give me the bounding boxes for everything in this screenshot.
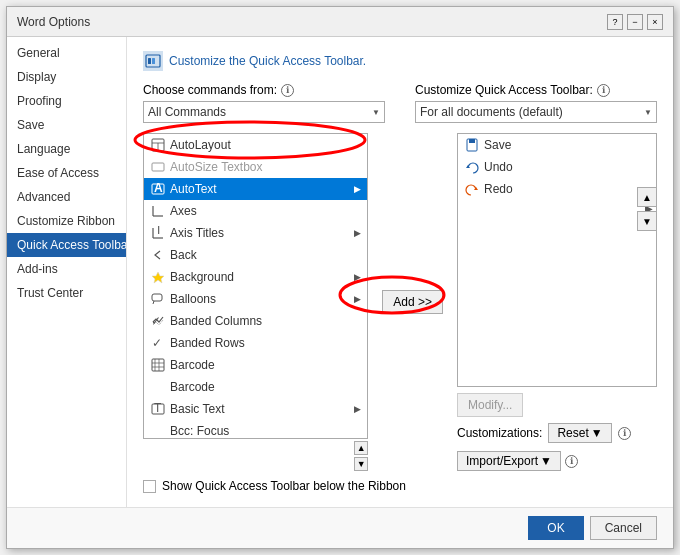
close-button[interactable]: × xyxy=(647,14,663,30)
reset-info-icon[interactable]: ℹ xyxy=(618,427,631,440)
back-icon xyxy=(150,247,166,263)
bcc-focus-icon xyxy=(150,423,166,439)
footer-area: Show Quick Access Toolbar below the Ribb… xyxy=(143,479,657,493)
toolbar-dropdown-arrow: ▼ xyxy=(644,108,652,117)
help-button[interactable]: ? xyxy=(607,14,623,30)
dialog-body: General Display Proofing Save Language E… xyxy=(7,37,673,507)
customize-toolbar-label: Customize Quick Access Toolbar: xyxy=(415,83,593,97)
import-export-info-icon[interactable]: ℹ xyxy=(565,455,578,468)
cmd-autosize-textbox[interactable]: AutoSize Textbox xyxy=(144,156,367,178)
autotext-arrow: ▶ xyxy=(354,184,361,194)
commands-list: AutoLayout AutoSize Textbox xyxy=(144,134,367,439)
barcode-icon xyxy=(150,379,166,395)
sidebar-item-customize-ribbon[interactable]: Customize Ribbon xyxy=(7,209,126,233)
cmd-bcc-focus[interactable]: Bcc: Focus xyxy=(144,420,367,439)
cmd-autotext[interactable]: A AutoText ▶ xyxy=(144,178,367,200)
sidebar-item-trust-center[interactable]: Trust Center xyxy=(7,281,126,305)
toolbar-item-undo[interactable]: Undo xyxy=(458,156,656,178)
axis-titles-icon: T xyxy=(150,225,166,241)
sidebar-item-general[interactable]: General xyxy=(7,41,126,65)
cmd-banded-rows[interactable]: ✓ Banded Rows xyxy=(144,332,367,354)
bottom-right-buttons: OK Cancel xyxy=(528,516,657,540)
add-remove-area: Add >> xyxy=(378,133,447,471)
banded-rows-icon: ✓ xyxy=(150,335,166,351)
customizations-label: Customizations: xyxy=(457,426,542,440)
sidebar-item-add-ins[interactable]: Add-ins xyxy=(7,257,126,281)
basic-text-icon: T xyxy=(150,401,166,417)
show-bar-label: Show Quick Access Toolbar below the Ribb… xyxy=(162,479,406,493)
svg-text:A: A xyxy=(154,182,163,195)
cmd-axes[interactable]: Axes xyxy=(144,200,367,222)
columns-area: AutoLayout AutoSize Textbox xyxy=(143,133,657,471)
svg-text:✓: ✓ xyxy=(151,314,161,328)
cmd-autolayout[interactable]: AutoLayout xyxy=(144,134,367,156)
banded-columns-icon: ✓ xyxy=(150,313,166,329)
sidebar-item-advanced[interactable]: Advanced xyxy=(7,185,126,209)
balloons-icon xyxy=(150,291,166,307)
sidebar-item-quick-access-toolbar[interactable]: Quick Access Toolbar xyxy=(7,233,126,257)
minimize-button[interactable]: − xyxy=(627,14,643,30)
background-arrow: ▶ xyxy=(354,272,361,282)
main-title-area: Customize the Quick Access Toolbar. xyxy=(143,51,657,71)
sidebar-item-language[interactable]: Language xyxy=(7,137,126,161)
reset-button[interactable]: Reset ▼ xyxy=(548,423,611,443)
toolbar-list-container[interactable]: Save Undo Redo xyxy=(457,133,657,387)
main-title-text: Customize the Quick Access Toolbar. xyxy=(169,54,366,68)
toolbar-dropdown[interactable]: For all documents (default) ▼ xyxy=(415,101,657,123)
sidebar-item-ease-of-access[interactable]: Ease of Access xyxy=(7,161,126,185)
basic-text-arrow: ▶ xyxy=(354,404,361,414)
autotext-icon: A xyxy=(150,181,166,197)
svg-rect-18 xyxy=(152,359,164,371)
cmd-axis-titles[interactable]: T Axis Titles ▶ xyxy=(144,222,367,244)
cmd-back[interactable]: Back xyxy=(144,244,367,266)
cmd-barcode[interactable]: Barcode xyxy=(144,376,367,398)
modify-button[interactable]: Modify... xyxy=(457,393,523,417)
import-export-button[interactable]: Import/Export ▼ xyxy=(457,451,561,471)
choose-commands-row: Choose commands from: ℹ All Commands ▼ C… xyxy=(143,83,657,123)
choose-commands-info[interactable]: ℹ xyxy=(281,84,294,97)
toolbar-list-panel: Save Undo Redo xyxy=(457,133,657,471)
autosize-icon xyxy=(150,159,166,175)
ok-button[interactable]: OK xyxy=(528,516,583,540)
commands-dropdown[interactable]: All Commands ▼ xyxy=(143,101,385,123)
svg-rect-2 xyxy=(152,58,155,64)
barcode-table-icon xyxy=(150,357,166,373)
balloons-arrow: ▶ xyxy=(354,294,361,304)
list-scroll-up[interactable]: ▲ xyxy=(354,441,368,455)
show-bar-checkbox[interactable] xyxy=(143,480,156,493)
toolbar-item-down[interactable]: ▼ xyxy=(637,211,657,231)
cmd-barcode-table[interactable]: Barcode xyxy=(144,354,367,376)
add-button[interactable]: Add >> xyxy=(382,290,443,314)
sidebar-item-save[interactable]: Save xyxy=(7,113,126,137)
undo-icon xyxy=(464,159,480,175)
svg-rect-45 xyxy=(469,139,475,143)
svg-text:T: T xyxy=(155,226,163,237)
import-export-arrow-icon: ▼ xyxy=(540,454,552,468)
axes-icon xyxy=(150,203,166,219)
cmd-background[interactable]: Background ▶ xyxy=(144,266,367,288)
svg-marker-14 xyxy=(152,272,164,283)
list-scroll-down[interactable]: ▼ xyxy=(354,457,368,471)
commands-list-container[interactable]: AutoLayout AutoSize Textbox xyxy=(143,133,368,439)
toolbar-item-up[interactable]: ▲ xyxy=(637,187,657,207)
save-icon xyxy=(464,137,480,153)
customize-toolbar-info[interactable]: ℹ xyxy=(597,84,610,97)
cmd-banded-columns[interactable]: ✓ Banded Columns xyxy=(144,310,367,332)
title-bar: Word Options ? − × xyxy=(7,7,673,37)
sidebar-item-proofing[interactable]: Proofing xyxy=(7,89,126,113)
autolayout-icon xyxy=(150,137,166,153)
dialog-title: Word Options xyxy=(17,15,90,29)
toolbar-item-save[interactable]: Save xyxy=(458,134,656,156)
cancel-button[interactable]: Cancel xyxy=(590,516,657,540)
toolbar-item-redo[interactable]: Redo xyxy=(458,178,656,200)
cmd-balloons[interactable]: Balloons ▶ xyxy=(144,288,367,310)
reset-arrow-icon: ▼ xyxy=(591,426,603,440)
svg-rect-1 xyxy=(148,58,151,64)
bottom-buttons-area: OK Cancel xyxy=(7,507,673,548)
sidebar-item-display[interactable]: Display xyxy=(7,65,126,89)
choose-commands-label: Choose commands from: xyxy=(143,83,277,97)
show-bar-area: Show Quick Access Toolbar below the Ribb… xyxy=(143,479,657,493)
cmd-basic-text[interactable]: T Basic Text ▶ xyxy=(144,398,367,420)
toolbar-icon xyxy=(143,51,163,71)
background-icon xyxy=(150,269,166,285)
